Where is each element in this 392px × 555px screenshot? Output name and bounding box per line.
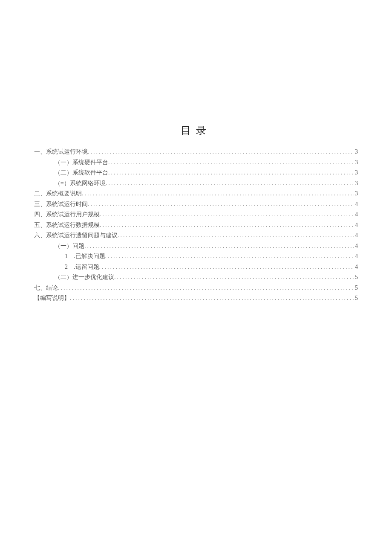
- toc-entry-page: 5: [354, 293, 358, 304]
- toc-entry-page: 4: [354, 241, 358, 252]
- toc-entry-page: 4: [354, 251, 358, 262]
- toc-leader-dots: [114, 272, 354, 283]
- toc-leader-dots: [100, 209, 354, 220]
- toc-entry-label: 六、系统试运行遗留问题与建议: [34, 230, 118, 241]
- toc-entry[interactable]: 二、系统概要说明3: [34, 189, 358, 199]
- toc-entry[interactable]: 三、系统试运行时间4: [34, 199, 358, 210]
- toc-entry-label: 2 .遗留问题: [65, 262, 99, 273]
- toc-leader-dots: [105, 251, 355, 262]
- toc-entry-label: （≡）系统网络环境: [55, 178, 106, 189]
- toc-leader-dots: [108, 157, 354, 168]
- toc-entry[interactable]: （≡）系统网络环境 3: [34, 178, 358, 189]
- toc-leader-dots: [100, 220, 354, 231]
- toc-entry-label: 1 .已解决问题: [65, 251, 105, 262]
- toc-entry[interactable]: （二）系统软件平台 3: [34, 168, 358, 178]
- toc-entry-label: 五、系统试运行数据规模: [34, 220, 100, 231]
- toc-entry-page: 4: [354, 199, 358, 210]
- toc-leader-dots: [58, 283, 354, 293]
- document-page: 目录 一、系统试运行环境3（一）系统硬件平台 3（二）系统软件平台 3（≡）系统…: [0, 0, 392, 555]
- toc-entry[interactable]: 1 .已解决问题 4: [34, 251, 358, 262]
- toc-entry[interactable]: （一）问题 4: [34, 241, 358, 252]
- toc-entry[interactable]: 七、结论5: [34, 283, 358, 293]
- toc-entry-page: 3: [354, 189, 358, 199]
- toc-entry-label: （二）进一步优化建议: [55, 272, 114, 283]
- toc-entry-label: 七、结论: [34, 283, 58, 293]
- toc-entry-page: 3: [354, 147, 358, 157]
- toc-entry-page: 4: [354, 262, 358, 273]
- toc-entry[interactable]: 一、系统试运行环境3: [34, 147, 358, 157]
- toc-entry-label: 二、系统概要说明: [34, 189, 82, 199]
- toc-entry[interactable]: 【编写说明】5: [34, 293, 358, 304]
- toc-leader-dots: [84, 241, 354, 252]
- toc-leader-dots: [70, 293, 354, 304]
- toc-leader-dots: [88, 147, 354, 157]
- toc-entry-page: 3: [354, 168, 358, 178]
- toc-entry[interactable]: 四、系统试运行用户规模4: [34, 209, 358, 220]
- toc-entry[interactable]: 六、系统试运行遗留问题与建议4: [34, 230, 358, 241]
- toc-entry-page: 4: [354, 230, 358, 241]
- toc-entry-label: 【编写说明】: [34, 293, 70, 304]
- toc-leader-dots: [118, 230, 354, 241]
- toc-entry-label: 三、系统试运行时间: [34, 199, 88, 210]
- toc-leader-dots: [88, 199, 354, 210]
- toc-title: 目录: [34, 0, 358, 137]
- toc-leader-dots: [108, 168, 354, 178]
- toc-entry-page: 3: [354, 157, 358, 168]
- toc-entry-page: 5: [354, 283, 358, 293]
- toc-entry-label: （一）系统硬件平台: [55, 157, 108, 168]
- toc-entry-page: 4: [354, 220, 358, 231]
- toc-entry-label: 四、系统试运行用户规模: [34, 209, 100, 220]
- toc-entry-label: （二）系统软件平台: [55, 168, 108, 178]
- toc-entry-label: （一）问题: [55, 241, 84, 252]
- toc-entry-page: 3: [354, 178, 358, 189]
- toc-list: 一、系统试运行环境3（一）系统硬件平台 3（二）系统软件平台 3（≡）系统网络环…: [34, 147, 358, 304]
- toc-leader-dots: [82, 189, 354, 199]
- toc-entry[interactable]: 2 .遗留问题 4: [34, 262, 358, 273]
- toc-entry-label: 一、系统试运行环境: [34, 147, 88, 157]
- toc-leader-dots: [99, 262, 355, 273]
- toc-entry[interactable]: （二）进一步优化建议 5: [34, 272, 358, 283]
- toc-entry-page: 4: [354, 209, 358, 220]
- toc-leader-dots: [106, 178, 354, 189]
- toc-entry[interactable]: 五、系统试运行数据规模4: [34, 220, 358, 231]
- toc-entry-page: 5: [354, 272, 358, 283]
- toc-entry[interactable]: （一）系统硬件平台 3: [34, 157, 358, 168]
